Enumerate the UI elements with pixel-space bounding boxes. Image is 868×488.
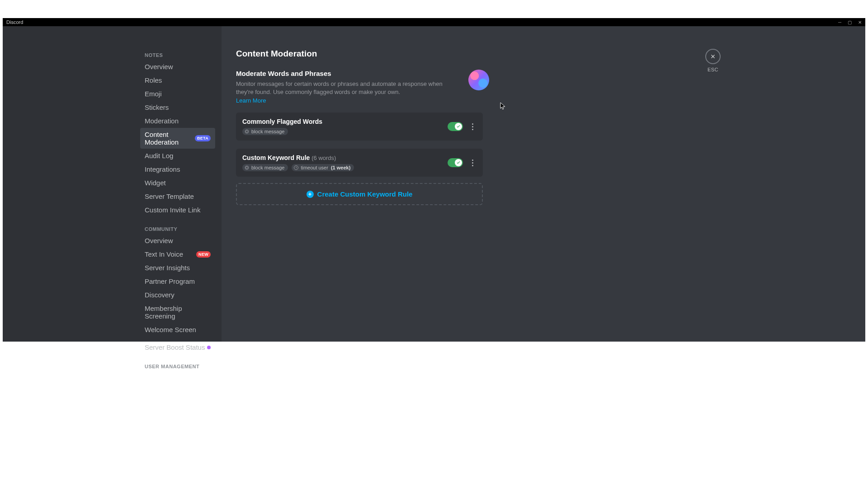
moderation-illustration-icon (468, 70, 489, 90)
sidebar-item-emoji[interactable]: Emoji (140, 87, 215, 100)
sidebar-item-custom-invite[interactable]: Custom Invite Link (140, 203, 215, 216)
beta-badge: BETA (195, 135, 211, 141)
maximize-icon[interactable]: ▢ (848, 20, 852, 25)
sidebar-item-widget[interactable]: Widget (140, 176, 215, 189)
clock-icon (293, 165, 299, 170)
sidebar-item-text-in-voice[interactable]: Text In Voice NEW (140, 248, 215, 261)
app-title: Discord (6, 19, 23, 25)
rule-card-custom-keyword[interactable]: Custom Keyword Rule (6 words) block mess… (236, 149, 483, 177)
sidebar-item-overview-community[interactable]: Overview (140, 234, 215, 247)
rule-more-button[interactable] (468, 123, 476, 130)
plus-icon: + (307, 191, 314, 198)
sidebar-item-integrations[interactable]: Integrations (140, 163, 215, 176)
sidebar-item-overview[interactable]: Overview (140, 60, 215, 73)
section-description: Monitor messages for certain words or ph… (236, 80, 448, 96)
settings-sidebar: NOTES Overview Roles Emoji Stickers Mode… (3, 26, 222, 342)
close-icon (710, 53, 716, 60)
sidebar-header-notes: NOTES (140, 49, 215, 60)
create-custom-rule-button[interactable]: + Create Custom Keyword Rule (236, 183, 483, 205)
rule-title: Commonly Flagged Words (242, 118, 442, 125)
sidebar-item-stickers[interactable]: Stickers (140, 101, 215, 114)
page-title: Content Moderation (236, 49, 865, 59)
sidebar-header-user-mgmt: USER MANAGEMENT (140, 360, 215, 371)
section-title: Moderate Words and Phrases (236, 70, 458, 77)
minimize-icon[interactable]: ─ (838, 20, 841, 25)
sidebar-item-audit-log[interactable]: Audit Log (140, 149, 215, 162)
sidebar-item-roles[interactable]: Roles (140, 74, 215, 87)
sidebar-item-content-moderation[interactable]: Content Moderation BETA (140, 128, 215, 149)
boost-icon (207, 346, 211, 349)
check-icon (456, 124, 461, 129)
sidebar-item-welcome-screen[interactable]: Welcome Screen (140, 323, 215, 336)
rule-toggle[interactable] (448, 158, 463, 167)
chip-timeout-user: timeout user (1 week) (292, 164, 354, 171)
sidebar-item-membership-screening[interactable]: Membership Screening (140, 302, 215, 323)
close-window-icon[interactable]: ✕ (858, 20, 862, 25)
sidebar-item-server-template[interactable]: Server Template (140, 190, 215, 203)
block-icon (244, 165, 250, 170)
sidebar-header-community: COMMUNITY (140, 223, 215, 234)
block-icon (244, 129, 250, 134)
sidebar-item-server-insights[interactable]: Server Insights (140, 261, 215, 274)
rule-card-commonly-flagged[interactable]: Commonly Flagged Words block message (236, 113, 483, 141)
rule-title: Custom Keyword Rule (6 words) (242, 154, 442, 161)
sidebar-item-discovery[interactable]: Discovery (140, 288, 215, 301)
cursor-icon (500, 102, 506, 110)
close-settings-button[interactable] (705, 49, 721, 64)
learn-more-link[interactable]: Learn More (236, 97, 266, 104)
toggle-knob (455, 123, 462, 130)
chip-block-message: block message (242, 128, 288, 135)
chip-block-message: block message (242, 164, 288, 171)
window-controls: ─ ▢ ✕ (838, 20, 862, 25)
esc-label: ESC (705, 67, 721, 72)
rule-more-button[interactable] (468, 160, 476, 166)
sidebar-item-moderation[interactable]: Moderation (140, 114, 215, 127)
titlebar: Discord ─ ▢ ✕ (3, 18, 865, 26)
sidebar-item-partner-program[interactable]: Partner Program (140, 275, 215, 288)
rule-toggle[interactable] (448, 122, 463, 131)
check-icon (456, 160, 461, 165)
new-badge: NEW (196, 251, 211, 258)
sidebar-item-boost-status[interactable]: Server Boost Status (140, 341, 215, 354)
main-content: Content Moderation Moderate Words and Ph… (222, 26, 865, 342)
toggle-knob (455, 159, 462, 166)
